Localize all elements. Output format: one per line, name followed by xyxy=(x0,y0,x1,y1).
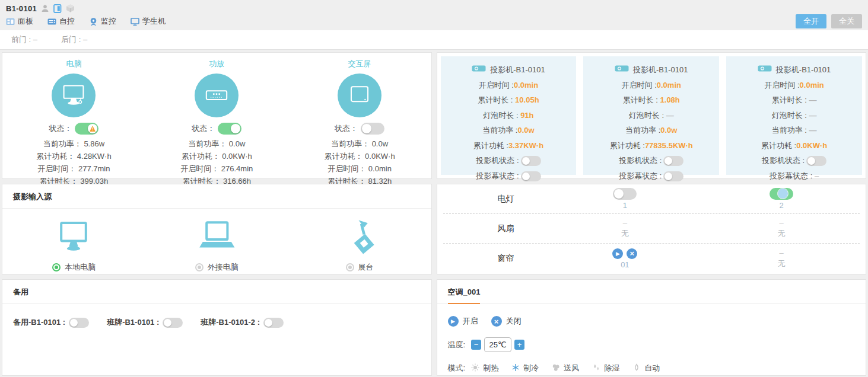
curtain-close-button[interactable]: × xyxy=(627,248,637,259)
nav-item-student-pc[interactable]: 学生机 xyxy=(131,16,166,27)
source-label: 外接电脑 xyxy=(208,262,239,273)
mode-fan[interactable]: 送风 xyxy=(552,363,579,373)
light-1-toggle[interactable] xyxy=(613,188,637,200)
nav-item-autocontrol[interactable]: 自控 xyxy=(47,16,75,27)
doc-camera-icon xyxy=(341,218,378,255)
dash-value: – xyxy=(780,248,784,257)
light-2-cell: 2 xyxy=(703,188,860,210)
row-label: 风扇 xyxy=(443,223,547,234)
mode-text: 制热 xyxy=(483,363,498,373)
left-column: 电脑 状态： 当前功率： 5.86w 累计功耗： 4.28KW·h 开启时间： … xyxy=(2,52,432,376)
backup-title: 备用 xyxy=(2,280,431,304)
all-off-button[interactable]: 全关 xyxy=(831,14,862,28)
stat-label: 开启时间： xyxy=(328,164,366,173)
monitor-icon xyxy=(131,17,139,26)
light-2-toggle[interactable] xyxy=(770,188,793,200)
amplifier-icon xyxy=(195,74,239,117)
temperature-minus-button[interactable]: − xyxy=(471,340,481,350)
class-sign-toggle[interactable] xyxy=(163,318,183,328)
device-interactive-screen: 交互屏 状态： 当前功率： 0.0w 累计功耗： 0.0KW·h 开启时间： 0… xyxy=(288,57,431,178)
ac-tab[interactable]: 空调_001 xyxy=(437,280,866,304)
temperature-input[interactable] xyxy=(484,337,511,352)
stat-label: 累计功耗： xyxy=(182,152,220,161)
device-title: 电脑 xyxy=(2,59,145,69)
mode-heat[interactable]: 制热 xyxy=(471,363,498,373)
proj-stat-label: 当前功率 : xyxy=(772,126,807,135)
mode-cool[interactable]: 制冷 xyxy=(511,363,539,373)
stat-value: 0.0w xyxy=(229,139,245,148)
backup-card: 备用 备用-B1-0101 : 班牌-B1-0101 : 班牌-B1-0101-… xyxy=(2,279,432,376)
mode-text: 制冷 xyxy=(523,363,539,373)
close-icon: × xyxy=(491,316,502,327)
proj-stat-value: 3.37KW·h xyxy=(508,141,543,150)
device-computer: 电脑 状态： 当前功率： 5.86w 累计功耗： 4.28KW·h 开启时间： … xyxy=(2,57,145,178)
backup-item: 班牌-B1-0101-2 : xyxy=(201,317,284,328)
lights-row: 电灯 1 2 xyxy=(443,184,860,214)
projector-status-toggle[interactable] xyxy=(806,156,826,166)
top-bar: B1-0101 面板 自控 监控 xyxy=(0,0,868,30)
radio-doc-camera[interactable]: 展台 xyxy=(346,262,374,273)
curtain-1-cell: ▶ × 01 xyxy=(547,248,704,269)
proj-stat-value: 10.05h xyxy=(515,95,539,104)
light-2-label: 2 xyxy=(780,201,784,210)
screen-status-toggle[interactable] xyxy=(521,171,541,181)
dash-value: – xyxy=(623,218,627,227)
nav-label: 学生机 xyxy=(142,16,166,27)
projector-status-toggle[interactable] xyxy=(521,156,541,166)
stat-label: 当前功率： xyxy=(43,139,82,148)
mode-text: 除湿 xyxy=(604,363,619,373)
proj-stat-label: 累计时长 : xyxy=(478,95,513,104)
radio-unselected-icon xyxy=(346,263,354,271)
status-label: 状态： xyxy=(335,123,358,134)
amplifier-power-toggle[interactable] xyxy=(218,123,241,135)
stat-value: 0.0min xyxy=(368,164,392,173)
proj-stat-label: 累计功耗 : xyxy=(761,141,796,150)
screen-status-value: – xyxy=(815,171,819,180)
source-local-pc: 本地电脑 xyxy=(2,218,145,273)
ac-on-button[interactable]: ▶ 开启 xyxy=(448,316,478,327)
proj-stat-label: 当前功率 : xyxy=(625,126,660,135)
row-label: 电灯 xyxy=(443,194,547,205)
device-title: 功放 xyxy=(145,59,288,69)
projector-status-toggle[interactable] xyxy=(663,156,683,166)
source-external-pc: 外接电脑 xyxy=(145,218,288,273)
stat-value: 0.0w xyxy=(372,139,388,148)
nav-bar: 面板 自控 监控 学生机 全开 全关 xyxy=(6,14,862,30)
right-column: 投影机-B1-0101 开启时间 :0.0min 累计时长 : 10.05h 灯… xyxy=(437,52,867,376)
row-label: 窗帘 xyxy=(443,253,547,264)
mode-dehumidify[interactable]: 除湿 xyxy=(592,363,619,373)
temperature-plus-button[interactable]: + xyxy=(514,340,524,350)
proj-stat-value: — xyxy=(809,111,817,120)
radio-external-pc[interactable]: 外接电脑 xyxy=(195,262,239,273)
front-door-status: 前门 : – xyxy=(11,34,37,45)
fans-row: 风扇 – 无 – 无 xyxy=(443,214,860,244)
curtain-1-label: 01 xyxy=(621,260,629,269)
source-label: 展台 xyxy=(358,262,374,273)
projector-title: 投影机-B1-0101 xyxy=(490,62,545,78)
fan-2-label: 无 xyxy=(778,228,786,239)
nav-label: 自控 xyxy=(59,16,75,27)
backup-item: 备用-B1-0101 : xyxy=(13,317,89,328)
curtain-2-label: 无 xyxy=(778,258,786,269)
mode-text: 自动 xyxy=(644,363,660,373)
screen-status-toggle[interactable] xyxy=(663,171,683,181)
nav-item-monitoring[interactable]: 监控 xyxy=(89,16,116,27)
ac-off-button[interactable]: × 关闭 xyxy=(491,316,522,327)
class-sign-2-toggle[interactable] xyxy=(263,318,284,328)
nav-item-panel[interactable]: 面板 xyxy=(6,16,33,27)
proj-stat-value: 0.0min xyxy=(657,81,681,90)
stat-label: 累计功耗： xyxy=(324,152,363,161)
stat-label: 累计功耗： xyxy=(36,152,75,161)
computer-power-toggle[interactable] xyxy=(75,123,98,135)
input-source-card: 摄影输入源 本地电脑 外接 xyxy=(2,184,432,274)
backup-toggle[interactable] xyxy=(69,318,89,328)
projector-status-label: 投影机状态 : xyxy=(762,156,805,165)
curtain-open-button[interactable]: ▶ xyxy=(612,248,623,259)
all-on-button[interactable]: 全开 xyxy=(796,14,826,28)
projector-title: 投影机-B1-0101 xyxy=(633,62,688,78)
mode-auto[interactable]: 自动 xyxy=(632,363,660,373)
radio-local-pc[interactable]: 本地电脑 xyxy=(52,262,96,273)
curtain-2-cell: – 无 xyxy=(703,248,860,269)
interactive-screen-power-toggle[interactable] xyxy=(361,123,384,135)
ac-title: 空调_001 xyxy=(448,287,481,304)
